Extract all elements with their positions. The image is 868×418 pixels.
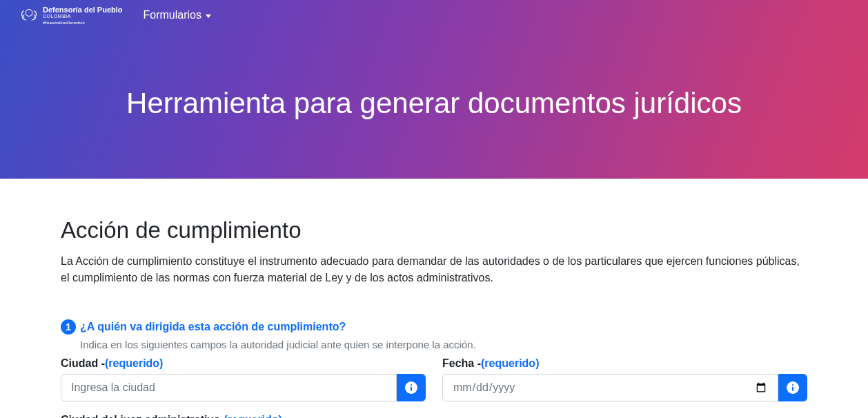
fecha-input[interactable] [442,374,778,401]
ciudad-input[interactable] [61,374,397,401]
logo-sub-text: COLOMBIA [43,14,123,19]
main-content: Acción de cumplimiento La Acción de cump… [0,179,868,418]
svg-rect-2 [411,387,412,391]
logo-tag-text: #NuestraHacDerechos [43,21,123,26]
info-icon [405,381,417,394]
step-number-badge: 1 [61,319,76,335]
fecha-info-button[interactable] [778,374,807,401]
required-tag: (requerido) [481,357,539,369]
fecha-label: Fecha -(requerido) [442,357,807,370]
svg-rect-5 [792,387,793,391]
hero-title: Herramienta para generar documentos jurí… [0,87,868,120]
ciudad-label: Ciudad -(requerido) [61,357,426,370]
required-tag: (requerido) [105,357,163,369]
nav-formularios-dropdown[interactable]: Formularios [144,9,211,21]
logo-main-text: Defensoría del Pueblo [43,6,123,14]
required-tag: (requerido) [224,414,282,418]
logo-icon [19,7,39,23]
form-title: Acción de cumplimiento [61,217,807,243]
navbar: Defensoría del Pueblo COLOMBIA #NuestraH… [0,0,868,30]
nav-formularios-label: Formularios [144,9,201,21]
logo[interactable]: Defensoría del Pueblo COLOMBIA #NuestraH… [19,6,123,25]
logo-text-block: Defensoría del Pueblo COLOMBIA #NuestraH… [43,6,123,25]
svg-rect-4 [792,384,793,386]
step-1-header: 1 ¿A quién va dirigida esta acción de cu… [61,319,807,335]
svg-rect-1 [411,384,412,386]
caret-down-icon [206,14,211,18]
form-description: La Acción de cumplimiento constituye el … [61,253,807,286]
info-icon [787,381,799,394]
step-1-title: ¿A quién va dirigida esta acción de cump… [80,321,346,333]
ciudad-info-button[interactable] [397,374,426,401]
step-1-subtitle: Indica en los siguientes campos la autor… [80,339,807,350]
ciudad-juez-label: Ciudad del juez administrativo-(requerid… [61,414,807,418]
